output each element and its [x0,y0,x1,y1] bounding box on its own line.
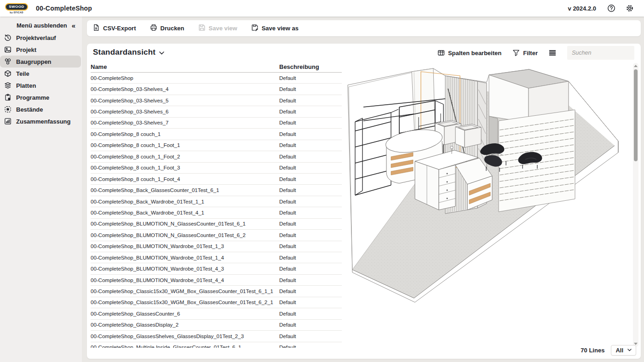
table-row[interactable]: 00-CompleteShop_8 couch_1_Foot_1 Default [91,140,342,151]
sidebar-item-label: Bestände [16,106,43,113]
table-row[interactable]: 00-CompleteShop_Classic15x30_WGM_Box_Gla… [91,286,342,297]
sidebar-item-platten[interactable]: Platten [0,79,81,91]
page-size-select[interactable]: All [611,345,636,356]
row-name-cell: 00-CompleteShop_03-Shelves_6 [91,109,279,114]
table-row[interactable]: 00-CompleteShop_BLUMOTION_Wardrobe_01Tes… [91,241,342,252]
table-row[interactable]: 00-CompleteShop_8 couch_1_Foot_2 Default [91,151,342,162]
table-row[interactable]: 00-CompleteShop_BLUMOTION_Wardrobe_01Tes… [91,263,342,274]
column-header-beschreibung[interactable]: Beschreibung [279,63,342,70]
column-header-name[interactable]: Name [91,63,279,70]
view-selector[interactable]: Standardansicht [93,48,164,57]
row-description-cell: Default [279,176,342,182]
sidebar-item-label: Programme [16,94,49,101]
table-row[interactable]: 00-CompleteShop_BLUMOTION_Wardrobe_01Tes… [91,275,342,286]
row-description-cell: Default [279,109,342,114]
sidebar-item-teile[interactable]: Teile [0,68,81,79]
csv-export-label: CSV-Export [103,25,136,32]
row-description-cell: Default [279,334,342,339]
swood-logo-text: SWOOD [5,3,28,11]
density-lines-icon [549,49,556,57]
table-row[interactable]: 00-CompleteShop_BLUMOTION_N_GlassesCount… [91,219,342,230]
table-row[interactable]: 00-CompleteShop_Back_Wardrobe_01Test_4_1… [91,207,342,218]
table-row[interactable]: 00-CompleteShop_BLUMOTION_Wardrobe_01Tes… [91,252,342,263]
row-name-cell: 00-CompleteShop_BLUMOTION_Wardrobe_01Tes… [91,243,279,249]
save-view-button[interactable]: Save view [198,24,237,33]
sidebar-item-projektverlauf[interactable]: Projektverlauf [0,32,81,44]
filter-button[interactable]: Filter [512,49,538,57]
row-name-cell: 00-CompleteShop [91,75,279,81]
chevron-down-icon [159,51,164,55]
assembly-3d-preview[interactable] [345,62,631,347]
swood-logo-subtext: by EFICAD [10,11,23,14]
edit-columns-label: Spalten bearbeiten [448,50,501,57]
sidebar-item-programme[interactable]: Programme [0,91,81,103]
save-view-as-button[interactable]: Save view as [251,24,299,33]
row-name-cell: 00-CompleteShop_BLUMOTION_Wardrobe_01Tes… [91,255,279,260]
row-name-cell: 00-CompleteShop_BLUMOTION_N_GlassesCount… [91,221,279,226]
sidebar-item-label: Projekt [16,46,36,53]
filter-label: Filter [523,50,538,57]
edit-columns-button[interactable]: Spalten bearbeiten [437,49,501,57]
table-row[interactable]: 00-CompleteShop_8 couch_1 Default [91,129,342,140]
table-row[interactable]: 00-CompleteShop Default [91,73,342,84]
assembly-icon [4,58,12,65]
table-row[interactable]: 00-CompleteShop_03-Shelves_5 Default [91,95,342,106]
table-row[interactable]: 00-CompleteShop_03-Shelves_6 Default [91,106,342,117]
printer-icon [150,24,157,33]
table-row[interactable]: 00-CompleteShop_Multiple Inside_GlassesC… [91,342,342,348]
collapse-sidebar-icon[interactable]: « [72,23,75,29]
row-description-cell: Default [279,142,342,148]
row-description-cell: Default [279,131,342,137]
row-description-cell: Default [279,165,342,170]
help-icon[interactable] [607,4,615,12]
row-description-cell: Default [279,345,342,348]
row-name-cell: 00-CompleteShop_Back_Wardrobe_01Test_4_1 [91,210,279,215]
csv-export-button[interactable]: CSV-Export [92,24,136,33]
print-button[interactable]: Drucken [150,24,184,33]
layers-icon [4,82,12,89]
view-name-label: Standardansicht [93,48,155,57]
table-row[interactable]: 00-CompleteShop_03-Shelves_4 Default [91,84,342,95]
toolbar: CSV-Export Drucken Save view Save view a… [87,20,641,36]
settings-gear-icon[interactable] [626,4,634,12]
row-name-cell: 00-CompleteShop_Multiple Inside_GlassesC… [91,345,279,348]
row-name-cell: 00-CompleteShop_8 couch_1_Foot_4 [91,176,279,182]
row-name-cell: 00-CompleteShop_Classic15x30_WGM_Box_Gla… [91,300,279,305]
scrollbar-thumb[interactable] [634,69,638,161]
sidebar-item-baugruppen[interactable]: Baugruppen [0,56,81,68]
row-name-cell: 00-CompleteShop_Classic15x30_WGM_Box_Gla… [91,288,279,294]
row-density-button[interactable] [549,49,556,57]
table-row[interactable]: 00-CompleteShop_BLUMOTION_N_GlassesCount… [91,230,342,241]
row-name-cell: 00-CompleteShop_8 couch_1_Foot_3 [91,165,279,170]
hide-menu-label[interactable]: Menü ausblenden [17,22,72,29]
row-description-cell: Default [279,75,342,81]
table-row[interactable]: 00-CompleteShop_8 couch_1_Foot_3 Default [91,163,342,174]
table-row[interactable]: 00-CompleteShop_03-Shelves_7 Default [91,118,342,129]
table-row[interactable]: 00-CompleteShop_Classic15x30_WGM_Box_Gla… [91,297,342,308]
version-label: v 2024.2.0 [568,5,596,12]
swood-logo: SWOOD by EFICAD [6,3,28,14]
row-name-cell: 00-CompleteShop_BLUMOTION_Wardrobe_01Tes… [91,266,279,272]
vertical-scrollbar[interactable] [633,63,638,347]
table-row[interactable]: 00-CompleteShop_Back_Wardrobe_01Test_1_1… [91,196,342,207]
main-panel: Standardansicht Spalten bearbeiten Filte… [87,44,641,359]
scroll-up-arrow-icon[interactable] [634,65,638,67]
sidebar-item-bestaende[interactable]: Bestände [0,103,81,115]
sidebar-item-label: Zusammenfassung [16,118,70,125]
table-row[interactable]: 00-CompleteShop_Back_GlassesCounter_01Te… [91,185,342,196]
table-row[interactable]: 00-CompleteShop_GlassesShelves_GlassesDi… [91,331,342,342]
sidebar-item-projekt[interactable]: Projekt [0,44,81,56]
table-row[interactable]: 00-CompleteShop_8 couch_1_Foot_4 Default [91,174,342,185]
chart-icon [4,118,12,125]
sidebar-item-zusammenfassung[interactable]: Zusammenfassung [0,115,81,127]
row-description-cell: Default [279,300,342,305]
row-description-cell: Default [279,210,342,215]
sidebar-item-label: Teile [16,70,29,77]
assemblies-table: Name Beschreibung 00-CompleteShop Defaul… [91,61,342,348]
row-description-cell: Default [279,86,342,92]
search-input[interactable] [567,46,634,60]
columns-icon [437,49,445,57]
page-size-value: All [615,347,623,354]
table-row[interactable]: 00-CompleteShop_GlassesDisplay_2 Default [91,320,342,331]
table-row[interactable]: 00-CompleteShop_GlassesCounter_6 Default [91,308,342,319]
